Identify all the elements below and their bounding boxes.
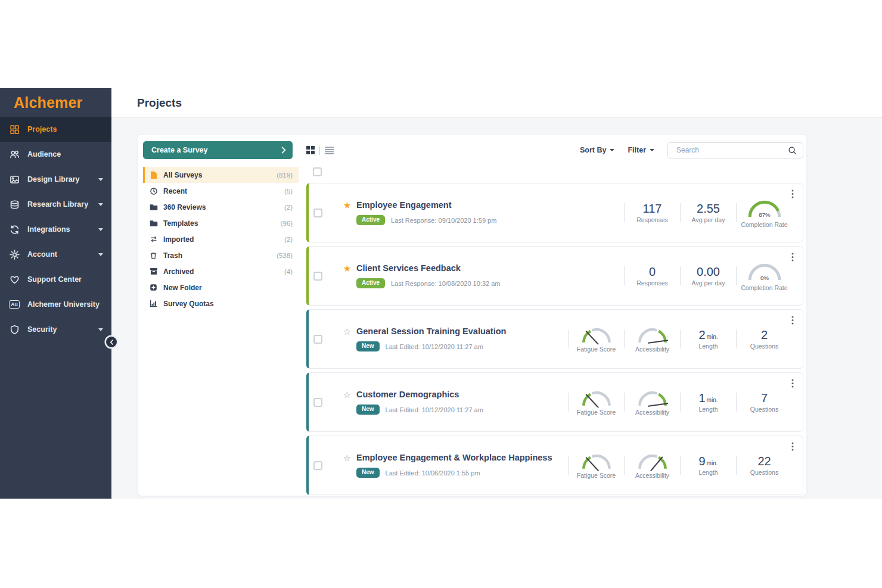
people-icon (9, 150, 20, 160)
sidebar-item-label: Integrations (27, 225, 70, 234)
svg-text:0%: 0% (760, 275, 768, 281)
plus-icon (149, 284, 158, 291)
select-all-checkbox[interactable] (313, 167, 322, 176)
search-input[interactable] (675, 145, 788, 155)
sidebar-item-projects[interactable]: Projects (0, 117, 111, 142)
folder-list: All Surveys (819) Recent (5) 360 Reviews… (143, 167, 299, 312)
kebab-menu-icon[interactable] (790, 315, 795, 328)
fatigue-gauge (580, 452, 613, 471)
au-badge-icon: Au (9, 300, 20, 309)
stat-fatigue-score: Fatigue Score (569, 325, 624, 353)
survey-checkbox[interactable] (313, 272, 322, 281)
folder-360-reviews[interactable]: 360 Reviews (2) (143, 199, 299, 215)
search-icon[interactable] (788, 146, 797, 155)
folder-recent[interactable]: Recent (5) (143, 183, 299, 199)
select-all-row (313, 167, 803, 177)
survey-card: ☆ General Session Training Evaluation Ne… (306, 309, 803, 369)
transfer-arrows-icon (149, 235, 158, 243)
kebab-menu-icon[interactable] (790, 188, 795, 202)
fatigue-gauge (580, 325, 613, 344)
chevron-down-icon (98, 228, 103, 231)
star-icon[interactable]: ★ (343, 201, 352, 210)
kebab-menu-icon[interactable] (790, 378, 795, 391)
folder-count: (4) (284, 268, 293, 275)
sidebar-item-research-library[interactable]: Research Library (0, 192, 111, 217)
accessibility-gauge (636, 388, 669, 407)
sidebar-item-design-library[interactable]: Design Library (0, 167, 111, 192)
kebab-menu-icon[interactable] (790, 441, 795, 455)
survey-title[interactable]: Employee Engagement & Workplace Happines… (356, 453, 552, 462)
sidebar-item-label: Alchemer University (27, 300, 100, 309)
survey-title[interactable]: Employee Engagement (356, 200, 452, 210)
sidebar-item-alchemer-university[interactable]: Au Alchemer University (0, 292, 111, 317)
stat-completion-rate: 0% Completion Rate (737, 260, 792, 291)
star-icon[interactable]: ☆ (343, 390, 352, 399)
sidebar-item-account[interactable]: Account (0, 242, 111, 267)
sidebar-item-audience[interactable]: Audience (0, 142, 111, 167)
toolbar-right: Sort By Filter (580, 142, 803, 158)
survey-checkbox[interactable] (313, 209, 322, 217)
sync-icon (9, 225, 20, 235)
survey-meta: Last Edited: 10/12/2020 11:27 am (386, 343, 483, 350)
folder-archived[interactable]: Archived (4) (143, 263, 299, 279)
stat-questions: 2 Questions (737, 328, 792, 350)
star-icon[interactable]: ☆ (343, 327, 352, 336)
folder-imported[interactable]: Imported (2) (143, 231, 299, 247)
sidebar-item-security[interactable]: Security (0, 317, 111, 342)
sidebar-collapse-button[interactable] (106, 337, 117, 347)
chevron-down-icon (98, 253, 103, 256)
survey-list-column: Sort By Filter (299, 141, 803, 496)
stat-responses: 0 Responses (625, 265, 680, 287)
list-view-icon[interactable] (325, 147, 334, 154)
folder-new-folder[interactable]: New Folder (143, 279, 299, 295)
survey-title[interactable]: Customer Demographics (356, 390, 459, 399)
stat-fatigue-score: Fatigue Score (569, 452, 624, 479)
shield-icon (9, 325, 20, 335)
status-badge: New (356, 341, 380, 351)
folder-trash[interactable]: Trash (538) (143, 247, 299, 263)
sidebar-item-label: Audience (27, 150, 61, 158)
star-icon[interactable]: ☆ (343, 453, 352, 462)
filter-dropdown[interactable]: Filter (628, 146, 654, 154)
status-badge: Active (356, 215, 385, 225)
survey-meta: Last Response: 09/10/2020 1:59 pm (391, 217, 496, 224)
stat-responses: 117 Responses (625, 202, 680, 223)
folder-count: (2) (284, 236, 293, 243)
survey-checkbox[interactable] (313, 335, 322, 344)
view-toggles (306, 146, 334, 155)
folder-count: (819) (277, 172, 293, 179)
survey-card: ☆ Employee Engagement & Workplace Happin… (306, 435, 803, 495)
folder-all-surveys[interactable]: All Surveys (819) (143, 167, 299, 183)
sidebar-item-integrations[interactable]: Integrations (0, 217, 111, 242)
create-survey-button[interactable]: Create a Survey (143, 141, 293, 159)
stat-length: 2min. Length (681, 328, 736, 350)
sort-by-dropdown[interactable]: Sort By (580, 146, 614, 154)
survey-title[interactable]: Client Services Feedback (356, 263, 461, 273)
status-badge: New (356, 468, 380, 478)
alchemer-logo: Alchemer (0, 88, 111, 117)
status-badge: Active (356, 278, 385, 288)
kebab-menu-icon[interactable] (790, 251, 795, 265)
folder-survey-quotas[interactable]: Survey Quotas (143, 295, 299, 312)
survey-checkbox[interactable] (313, 398, 322, 407)
clock-icon (149, 187, 158, 195)
grid-view-icon[interactable] (306, 146, 315, 154)
accessibility-gauge (636, 452, 669, 471)
survey-checkbox[interactable] (313, 461, 322, 470)
page-title: Projects (137, 97, 182, 110)
folder-count: (2) (284, 204, 293, 211)
sidebar-item-label: Support Center (27, 275, 82, 284)
sidebar-item-label: Design Library (27, 175, 80, 183)
sidebar-item-support-center[interactable]: Support Center (0, 267, 111, 292)
image-icon (9, 175, 20, 185)
stat-length: 1min. Length (681, 391, 736, 413)
survey-stats: 117 Responses 2.55 Avg per day 87% (624, 197, 792, 228)
folder-icon (149, 220, 158, 227)
sidebar-item-label: Account (27, 250, 57, 259)
survey-stats: Fatigue Score Accessibility 1min. Length (568, 388, 792, 416)
chevron-right-icon (281, 147, 286, 154)
stat-fatigue-score: Fatigue Score (569, 388, 624, 416)
folder-templates[interactable]: Templates (96) (143, 215, 299, 231)
survey-title[interactable]: General Session Training Evaluation (356, 326, 506, 336)
star-icon[interactable]: ★ (343, 264, 352, 273)
